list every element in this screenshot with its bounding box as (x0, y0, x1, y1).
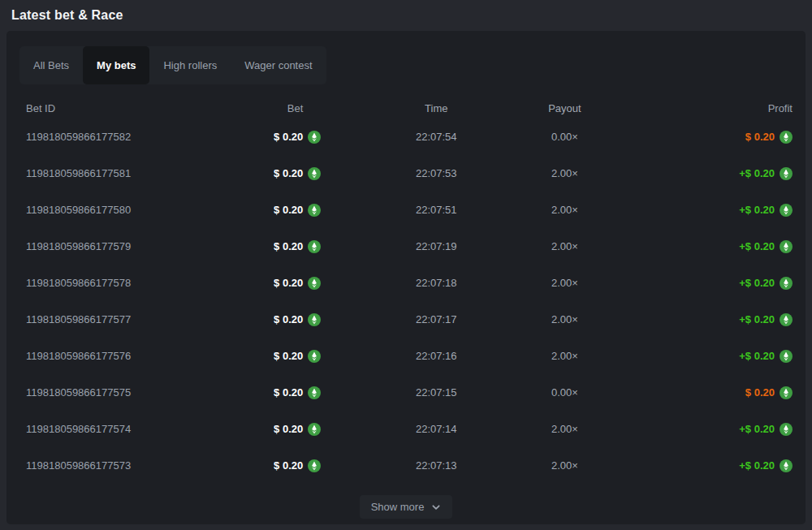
bet-time: 22:07:18 (321, 277, 514, 289)
latest-bet-race-widget: Latest bet & Race All Bets My bets High … (0, 0, 812, 530)
bet-amount: $ 0.20 (274, 240, 303, 252)
chevron-down-icon (431, 502, 441, 512)
bets-tab-group: All Bets My bets High rollers Wager cont… (19, 46, 326, 84)
title-bar: Latest bet & Race (0, 0, 812, 31)
profit-value: +$ 0.20 (739, 277, 775, 289)
bets-panel: All Bets My bets High rollers Wager cont… (6, 31, 806, 524)
bet-amount: $ 0.20 (274, 131, 303, 143)
bet-payout: 2.00× (514, 350, 607, 362)
page-title: Latest bet & Race (11, 8, 123, 23)
bet-time: 22:07:16 (321, 350, 514, 362)
tab-high-rollers[interactable]: High rollers (149, 46, 231, 84)
eth-coin-icon (308, 277, 321, 290)
bet-id-link[interactable]: 119818059866177574 (26, 423, 131, 435)
table-row: 119818059866177577 $ 0.20 22:07:17 2.00×… (19, 301, 793, 338)
eth-coin-icon (308, 240, 321, 253)
eth-coin-icon (308, 459, 321, 472)
eth-coin-icon (308, 313, 321, 326)
bet-time: 22:07:19 (321, 240, 514, 252)
eth-coin-icon (308, 204, 321, 217)
profit-value: +$ 0.20 (739, 423, 775, 435)
eth-coin-icon (308, 386, 321, 399)
bet-id-link[interactable]: 119818059866177577 (26, 313, 131, 325)
tab-label: My bets (97, 59, 136, 71)
bet-time: 22:07:51 (321, 204, 514, 216)
bets-table-body: 119818059866177582 $ 0.20 22:07:54 0.00×… (19, 118, 793, 484)
column-header-bet-id: Bet ID (19, 102, 205, 114)
bet-amount: $ 0.20 (274, 204, 303, 216)
bet-amount: $ 0.20 (274, 459, 303, 472)
bet-amount: $ 0.20 (274, 313, 303, 325)
eth-coin-icon (780, 386, 793, 399)
column-header-payout: Payout (514, 102, 607, 114)
eth-coin-icon (780, 423, 793, 436)
bet-time: 22:07:13 (321, 459, 514, 472)
profit-value: +$ 0.20 (739, 240, 775, 252)
bet-id-link[interactable]: 119818059866177578 (26, 277, 131, 289)
bet-id-link[interactable]: 119818059866177576 (26, 350, 131, 362)
profit-value: $ 0.20 (745, 386, 775, 399)
show-more-container: Show more (19, 495, 793, 519)
eth-coin-icon (308, 167, 321, 180)
bet-amount: $ 0.20 (274, 167, 303, 179)
eth-coin-icon (780, 277, 793, 290)
bet-payout: 2.00× (514, 240, 607, 252)
bet-id-link[interactable]: 119818059866177573 (26, 459, 131, 472)
bet-payout: 2.00× (514, 423, 607, 435)
eth-coin-icon (780, 313, 793, 326)
table-row: 119818059866177578 $ 0.20 22:07:18 2.00×… (19, 265, 793, 301)
profit-value: +$ 0.20 (739, 313, 775, 325)
eth-coin-icon (308, 423, 321, 436)
profit-value: +$ 0.20 (739, 167, 775, 179)
eth-coin-icon (780, 167, 793, 180)
table-row: 119818059866177580 $ 0.20 22:07:51 2.00×… (19, 192, 793, 228)
bet-amount: $ 0.20 (274, 423, 303, 435)
eth-coin-icon (780, 459, 793, 472)
bet-time: 22:07:15 (321, 386, 514, 399)
table-row: 119818059866177576 $ 0.20 22:07:16 2.00×… (19, 338, 793, 374)
bet-id-link[interactable]: 119818059866177580 (26, 204, 131, 216)
tab-label: High rollers (163, 59, 217, 71)
eth-coin-icon (780, 204, 793, 217)
table-header-row: Bet ID Bet Time Payout Profit (19, 97, 793, 118)
bet-id-link[interactable]: 119818059866177575 (26, 386, 131, 399)
bet-time: 22:07:17 (321, 313, 514, 325)
bet-id-link[interactable]: 119818059866177582 (26, 131, 131, 143)
profit-value: +$ 0.20 (739, 459, 775, 472)
table-row: 119818059866177579 $ 0.20 22:07:19 2.00×… (19, 228, 793, 265)
column-header-profit: Profit (607, 102, 793, 114)
bet-time: 22:07:54 (321, 131, 514, 143)
column-header-bet: Bet (205, 102, 321, 114)
bet-id-link[interactable]: 119818059866177581 (26, 167, 131, 179)
profit-value: +$ 0.20 (739, 204, 775, 216)
eth-coin-icon (780, 350, 793, 363)
eth-coin-icon (308, 350, 321, 363)
table-row: 119818059866177575 $ 0.20 22:07:15 0.00×… (19, 374, 793, 411)
tab-wager-contest[interactable]: Wager contest (231, 46, 326, 84)
eth-coin-icon (780, 131, 793, 144)
tab-label: Wager contest (244, 59, 312, 71)
eth-coin-icon (308, 131, 321, 144)
bet-id-link[interactable]: 119818059866177579 (26, 240, 131, 252)
bet-amount: $ 0.20 (274, 350, 303, 362)
tab-my-bets[interactable]: My bets (83, 46, 149, 84)
bet-payout: 2.00× (514, 277, 607, 289)
bet-payout: 0.00× (514, 131, 607, 143)
table-row: 119818059866177574 $ 0.20 22:07:14 2.00×… (19, 411, 793, 447)
eth-coin-icon (780, 240, 793, 253)
bet-amount: $ 0.20 (274, 386, 303, 399)
table-row: 119818059866177573 $ 0.20 22:07:13 2.00×… (19, 447, 793, 484)
bet-payout: 2.00× (514, 167, 607, 179)
show-more-button[interactable]: Show more (360, 495, 453, 519)
tab-all-bets[interactable]: All Bets (19, 46, 83, 84)
show-more-label: Show more (371, 501, 425, 513)
bet-time: 22:07:14 (321, 423, 514, 435)
profit-value: $ 0.20 (745, 131, 775, 143)
column-header-time: Time (321, 102, 514, 114)
bet-amount: $ 0.20 (274, 277, 303, 289)
bet-time: 22:07:53 (321, 167, 514, 179)
bet-payout: 2.00× (514, 313, 607, 325)
bet-payout: 0.00× (514, 386, 607, 399)
bet-payout: 2.00× (514, 204, 607, 216)
profit-value: +$ 0.20 (739, 350, 775, 362)
